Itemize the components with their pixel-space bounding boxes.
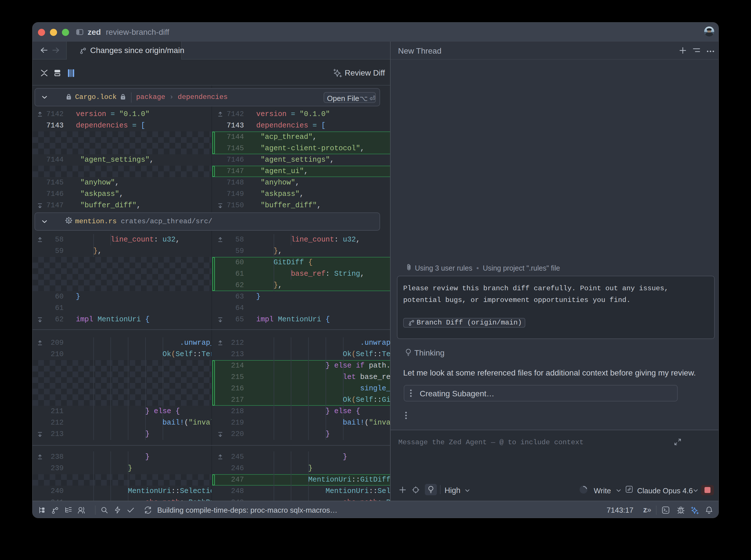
svg-text:R: R [68, 219, 70, 223]
